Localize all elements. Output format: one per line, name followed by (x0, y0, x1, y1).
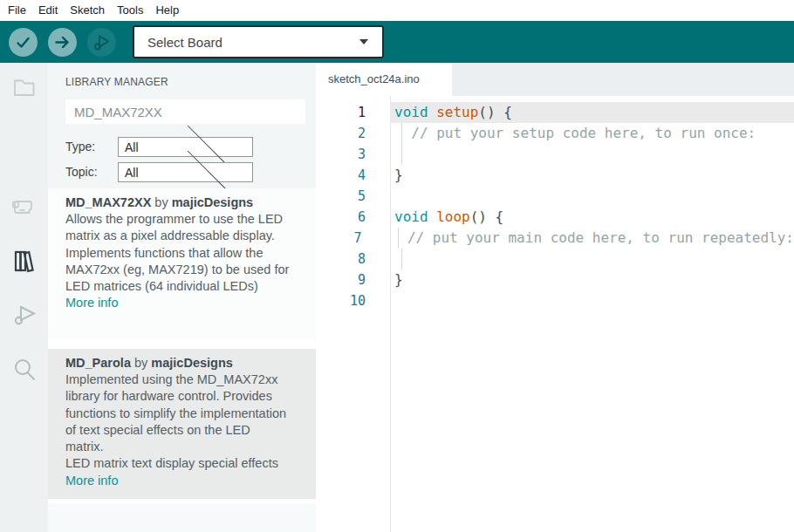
upload-icon (54, 34, 71, 51)
code-editor[interactable]: 1void setup() {2 // put your setup code … (316, 96, 794, 532)
line-number: 8 (316, 249, 390, 269)
line-number: 2 (316, 123, 390, 144)
menu-item-file[interactable]: File (2, 0, 32, 21)
library-description: Implemented using the MD_MAX72xx library… (65, 372, 291, 473)
menu-item-tools[interactable]: Tools (111, 0, 149, 21)
verify-icon (15, 34, 31, 51)
editor-tab-bar: sketch_oct24a.ino (316, 63, 794, 96)
books-icon (10, 246, 39, 276)
line-number: 9 (316, 269, 390, 290)
code-line: 5 (316, 186, 794, 207)
library-card[interactable]: MD_Parola by majicDesigns Implemented us… (48, 349, 316, 499)
more-info-link[interactable]: More info (65, 295, 118, 311)
code-line-content[interactable]: // put your main code here, to run repea… (387, 228, 794, 249)
code-line-content[interactable]: } (390, 269, 794, 290)
board-selector[interactable]: Select Board (133, 25, 384, 58)
code-line: 9} (316, 269, 794, 290)
library-name: MD_MAX72XX (65, 195, 151, 209)
code-line: 10 (316, 290, 794, 311)
library-manager-panel: LIBRARY MANAGER Type: All Topic: All MD_… (48, 63, 316, 532)
start-debug-button[interactable] (87, 28, 116, 57)
upload-button[interactable] (48, 28, 77, 57)
line-number: 1 (316, 102, 390, 123)
library-by: by (151, 195, 171, 209)
line-number: 10 (316, 290, 390, 311)
more-info-link[interactable]: More info (65, 473, 118, 489)
tab-label: sketch_oct24a.ino (328, 72, 420, 85)
library-name: MD_Parola (65, 356, 131, 370)
debug-icon (92, 33, 111, 51)
menu-item-edit[interactable]: Edit (32, 0, 64, 21)
code-line: 6void loop() { (316, 207, 794, 228)
sidebar-item-search[interactable] (0, 356, 48, 385)
indent-guide (401, 144, 402, 165)
menu-item-sketch[interactable]: Sketch (64, 0, 111, 21)
debug-sidebar-icon (10, 301, 38, 331)
library-card[interactable]: MD_MAX72XX by majicDesigns Allows the pr… (48, 188, 316, 339)
library-manager-header-section: LIBRARY MANAGER Type: All Topic: All (48, 63, 316, 188)
indent-guide (401, 249, 402, 269)
topic-select-value: All (119, 166, 181, 180)
library-author: majicDesigns (172, 195, 254, 209)
arduino-ide-window: FileEditSketchToolsHelp Select Board (0, 0, 794, 532)
caret-down-icon (359, 39, 368, 44)
folder-icon (11, 75, 38, 105)
indent-guide (401, 123, 402, 144)
board-icon (10, 194, 38, 223)
panel-title: LIBRARY MANAGER (65, 76, 168, 88)
menu-item-help[interactable]: Help (149, 0, 185, 21)
sidebar-item-boards-manager[interactable] (0, 194, 48, 223)
type-select[interactable]: All (118, 137, 253, 157)
code-line-content[interactable] (390, 144, 794, 165)
code-line-content[interactable]: void setup() { (390, 102, 794, 123)
library-search-input[interactable] (65, 99, 305, 124)
content-area: LIBRARY MANAGER Type: All Topic: All MD_… (0, 63, 794, 532)
search-icon (10, 356, 38, 385)
code-line: 3 (316, 144, 794, 165)
toolbar: Select Board (0, 21, 794, 63)
library-author: majicDesigns (151, 356, 233, 370)
code-line-content[interactable] (390, 186, 794, 207)
code-line-content[interactable]: } (390, 165, 794, 186)
sidebar-item-library-manager[interactable] (0, 246, 48, 276)
library-description: Allows the programmer to use the LED mat… (65, 211, 291, 295)
menu-bar: FileEditSketchToolsHelp (0, 0, 794, 21)
line-number: 5 (316, 186, 390, 207)
code-line: 1void setup() { (316, 102, 794, 123)
sidebar-item-sketchbook[interactable] (0, 75, 48, 105)
code-line-content[interactable]: void loop() { (390, 207, 794, 228)
type-filter-label: Type: (65, 140, 95, 153)
code-line: 4} (316, 165, 794, 186)
code-line: 2 // put your setup code here, to run on… (316, 123, 794, 144)
line-number: 7 (316, 228, 387, 249)
topic-select[interactable]: All (118, 162, 253, 182)
type-select-value: All (119, 140, 181, 154)
code-line: 7 // put your main code here, to run rep… (316, 228, 794, 249)
indent-guide (398, 228, 399, 249)
library-by: by (131, 356, 151, 370)
next-library-card-partial[interactable] (48, 504, 316, 532)
line-number: 3 (316, 144, 390, 165)
verify-button[interactable] (9, 28, 38, 57)
editor-tab-sketch[interactable]: sketch_oct24a.ino (316, 63, 452, 96)
line-number: 4 (316, 165, 390, 186)
editor-area: sketch_oct24a.ino 1void setup() {2 // pu… (316, 63, 794, 532)
sidebar-item-debug[interactable] (0, 301, 48, 331)
code-line-content[interactable] (390, 290, 794, 311)
board-selector-label: Select Board (134, 35, 359, 50)
code-line-content[interactable] (390, 249, 794, 269)
code-line-content[interactable]: // put your setup code here, to run once… (390, 123, 794, 144)
activity-bar (0, 63, 48, 532)
code-line: 8 (316, 249, 794, 269)
line-number: 6 (316, 207, 390, 228)
topic-filter-label: Topic: (65, 165, 98, 179)
